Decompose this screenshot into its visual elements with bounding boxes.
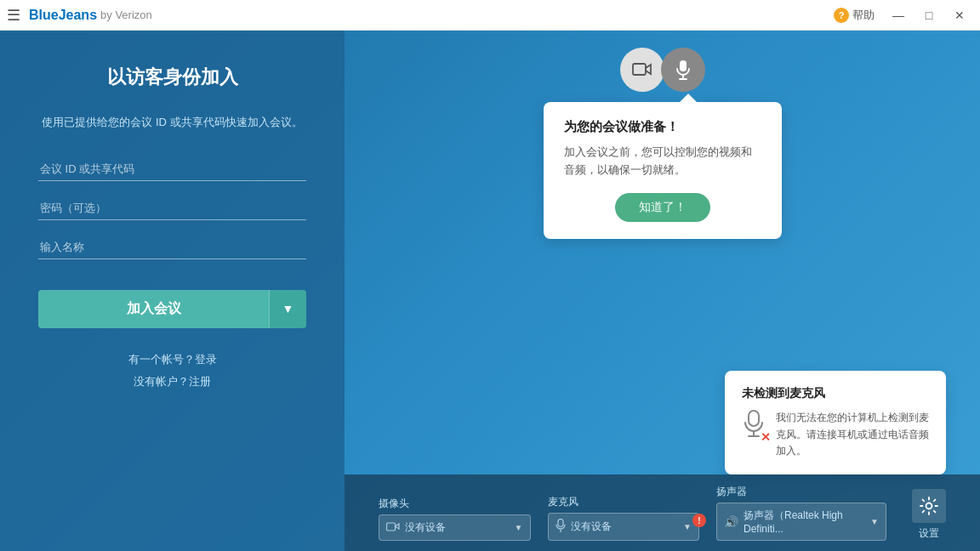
join-dropdown-button[interactable]: ▼ bbox=[269, 290, 306, 328]
register-link[interactable]: 没有帐户？注册 bbox=[134, 374, 211, 389]
titlebar-left: ☰ BlueJeans by Verizon bbox=[7, 6, 152, 25]
svg-rect-0 bbox=[633, 64, 646, 75]
join-meeting-button[interactable]: 加入会议 bbox=[38, 290, 269, 328]
mic-value: 没有设备 bbox=[571, 520, 612, 534]
mic-select-inner: 没有设备 bbox=[556, 519, 612, 535]
main-content: 以访客身份加入 使用已提供给您的会议 ID 或共享代码快速加入会议。 加入会议 … bbox=[0, 31, 980, 551]
titlebar-right: ? 帮助 — □ ✕ bbox=[827, 3, 973, 27]
camera-caret-icon: ▼ bbox=[515, 523, 523, 532]
settings-label: 设置 bbox=[919, 526, 939, 541]
svg-rect-1 bbox=[680, 60, 687, 71]
camera-value: 没有设备 bbox=[405, 520, 446, 535]
tooltip-bubble: 为您的会议做准备！ 加入会议之前，您可以控制您的视频和音频，以确保一切就绪。 知… bbox=[544, 102, 782, 239]
camera-toggle-button[interactable] bbox=[620, 48, 664, 92]
camera-select[interactable]: 没有设备 ▼ bbox=[379, 514, 531, 541]
mic-warning-popup: 未检测到麦克风 ✕ 我们无法在您的计算机上检测到麦克风。请连接耳机或通过电话音频… bbox=[725, 371, 946, 474]
meeting-id-input[interactable] bbox=[38, 157, 306, 181]
bubble-title: 为您的会议做准备！ bbox=[564, 119, 761, 135]
mic-toggle-button[interactable] bbox=[661, 48, 705, 92]
left-panel: 以访客身份加入 使用已提供给您的会议 ID 或共享代码快速加入会议。 加入会议 … bbox=[0, 31, 345, 551]
join-btn-row: 加入会议 ▼ bbox=[38, 290, 306, 328]
menu-icon[interactable]: ☰ bbox=[7, 6, 20, 25]
minimize-button[interactable]: — bbox=[885, 3, 912, 27]
svg-rect-8 bbox=[558, 520, 563, 527]
name-input[interactable] bbox=[38, 236, 306, 259]
bubble-body: 加入会议之前，您可以控制您的视频和音频，以确保一切就绪。 bbox=[564, 144, 761, 179]
brand-gray-text: by Verizon bbox=[100, 9, 152, 21]
speaker-select[interactable]: 🔊 扬声器（Realtek High Definiti... ▼ bbox=[716, 503, 886, 541]
mic-select[interactable]: 没有设备 ▼ bbox=[548, 513, 700, 541]
mic-caret-icon: ▼ bbox=[683, 522, 692, 531]
mic-warning-indicator: ! bbox=[692, 514, 706, 527]
help-label: 帮助 bbox=[852, 8, 875, 23]
speaker-device-icon: 🔊 bbox=[724, 515, 738, 529]
camera-select-inner: 没有设备 bbox=[386, 520, 446, 535]
links-area: 有一个帐号？登录 没有帐户？注册 bbox=[38, 352, 306, 389]
brand-logo: BlueJeans by Verizon bbox=[29, 8, 152, 23]
svg-rect-7 bbox=[387, 523, 396, 531]
mic-warning-row: ✕ 我们无法在您的计算机上检测到麦克风。请连接耳机或通过电话音频加入。 bbox=[742, 410, 929, 459]
camera-section: 摄像头 没有设备 ▼ bbox=[379, 497, 531, 541]
device-toggle bbox=[620, 48, 705, 92]
right-panel: 为您的会议做准备！ 加入会议之前，您可以控制您的视频和音频，以确保一切就绪。 知… bbox=[345, 31, 980, 551]
brand-blue-text: BlueJeans bbox=[29, 8, 97, 23]
svg-rect-4 bbox=[749, 411, 759, 426]
svg-point-10 bbox=[926, 503, 932, 509]
speaker-section: 扬声器 🔊 扬声器（Realtek High Definiti... ▼ bbox=[716, 485, 886, 541]
mic-x-mark: ✕ bbox=[761, 430, 771, 444]
speaker-value: 扬声器（Realtek High Definiti... bbox=[744, 508, 870, 535]
bubble-ok-button[interactable]: 知道了！ bbox=[615, 193, 710, 222]
camera-device-icon bbox=[386, 521, 400, 535]
panel-title: 以访客身份加入 bbox=[38, 65, 306, 90]
mic-warning-text: 我们无法在您的计算机上检测到麦克风。请连接耳机或通过电话音频加入。 bbox=[776, 410, 929, 459]
help-button[interactable]: ? 帮助 bbox=[827, 4, 881, 26]
maximize-button[interactable]: □ bbox=[915, 3, 943, 27]
camera-label: 摄像头 bbox=[379, 497, 531, 511]
speaker-caret-icon: ▼ bbox=[870, 517, 879, 526]
login-link[interactable]: 有一个帐号？登录 bbox=[128, 352, 217, 367]
input-group bbox=[38, 157, 306, 259]
titlebar: ☰ BlueJeans by Verizon ? 帮助 — □ ✕ bbox=[0, 0, 980, 31]
mic-label: 麦克风 bbox=[548, 495, 700, 509]
speaker-select-inner: 🔊 扬声器（Realtek High Definiti... bbox=[724, 508, 870, 535]
help-icon: ? bbox=[834, 8, 849, 23]
settings-gear-button[interactable] bbox=[912, 489, 946, 523]
close-button[interactable]: ✕ bbox=[946, 3, 973, 27]
mic-warning-title: 未检测到麦克风 bbox=[742, 386, 929, 401]
device-bar: 摄像头 没有设备 ▼ 麦克风 bbox=[345, 474, 980, 551]
password-input[interactable] bbox=[38, 196, 306, 220]
mic-section: 麦克风 没有设备 ▼ ! bbox=[548, 495, 700, 541]
mic-warning-icon: ✕ bbox=[742, 410, 766, 442]
settings-area: 设置 bbox=[912, 489, 946, 541]
mic-device-icon bbox=[556, 519, 566, 535]
speaker-label: 扬声器 bbox=[716, 485, 886, 499]
panel-subtitle: 使用已提供给您的会议 ID 或共享代码快速加入会议。 bbox=[38, 114, 306, 132]
